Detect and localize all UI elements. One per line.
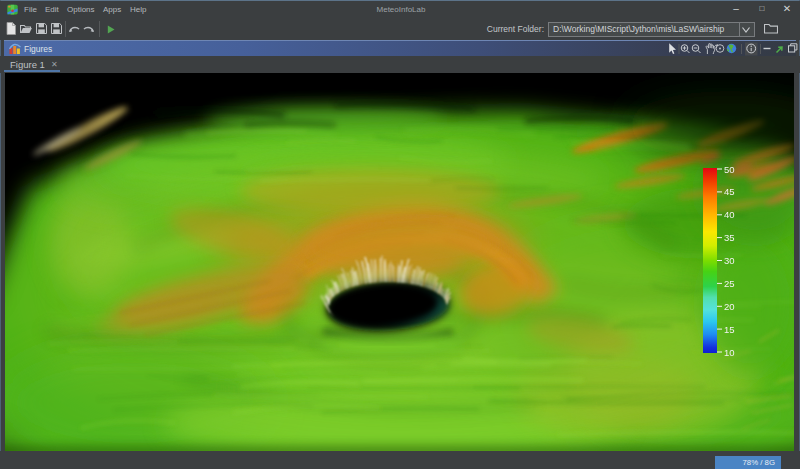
svg-text:10: 10 [724,347,735,358]
svg-text:15: 15 [724,324,735,335]
svg-text:30: 30 [724,255,735,266]
svg-text:35: 35 [724,232,735,243]
svg-text:50: 50 [724,164,735,175]
svg-text:45: 45 [724,186,735,197]
svg-text:40: 40 [724,209,735,220]
svg-text:25: 25 [724,278,735,289]
svg-text:20: 20 [724,301,735,312]
